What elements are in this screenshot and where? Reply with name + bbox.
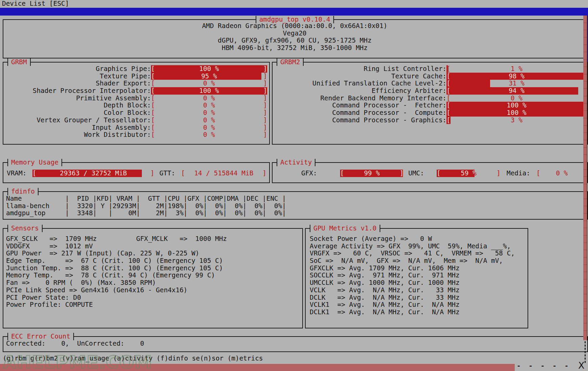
gauge-row-label: Color Block:	[4, 109, 151, 117]
gauge-row: Color Block:[0 %][0 %]	[4, 109, 269, 117]
text-line: HBM 4096-bit, 32752 MiB, 350-1000 MHz	[3, 44, 586, 52]
text-line: llama-bench | 3320| Y |29293M| 2M|198%| …	[6, 202, 286, 210]
text-line: Fan => 0 RPM ( 0%) (Max. 3850 RPM)	[6, 279, 227, 287]
gauge-text: [0 %]	[151, 80, 267, 87]
gauge-bar: [0 %][0 %]	[151, 131, 267, 139]
text-line: VDDGFX => 1012 mV	[6, 243, 227, 250]
gauge-row-label: Input Assembly:	[4, 124, 151, 131]
gpu-metrics-lines: Socket Power (Average) => 0 WAverage Act…	[310, 235, 515, 316]
gauge-row: Depth Block:[0 %][0 %]	[4, 102, 269, 109]
gauge-row-label: Texture Cache:	[273, 73, 446, 80]
gauge-row-label: Command Processor - Fetcher:	[273, 102, 446, 109]
memory-usage-title: Memory Usage	[7, 159, 62, 166]
menu-highlight-bar	[0, 8, 588, 16]
activity-title: Activity	[277, 159, 315, 166]
gauge-text: [1 %	[446, 65, 587, 73]
sensors-title: Sensors	[7, 225, 43, 232]
ecc-title: ECC Error Count	[7, 333, 74, 340]
umc-activity-gauge: [59 %][59 %]	[437, 170, 501, 177]
fdinfo-box: fdinfo Name | PID |KFD| VRAM | GTT |CPU …	[3, 191, 588, 220]
terminal-screen: Device List [ESC] amdgpu_top v0.10.4 AMD…	[0, 0, 588, 371]
gauge-row: Unified Translation Cache Level-2:[31 % …	[273, 80, 587, 87]
grbm2-box: GRBM2 Ring List Controller:[1 % [1 % Tex…	[272, 62, 588, 145]
text-line: Junction Temp. => 88 C (Crit. 100 C) (Em…	[6, 265, 227, 272]
gauge-bar: [0 %][0 %]	[151, 102, 267, 109]
gauge-row: Command Processor - Fetcher:[100 % [100 …	[273, 102, 587, 109]
gauge-row: Primitive Assembly:[0 %][0 %]	[4, 95, 269, 102]
gauge-bar: [100 % [100 %	[446, 109, 587, 117]
gauge-bar: [31 % [31 %	[446, 80, 587, 87]
text-line: dGPU, GFX9, gfx906, 60 CU, 925-1725 MHz	[3, 37, 586, 44]
scrollbar[interactable]	[583, 16, 587, 340]
gauge-bar: [0 %][0 %]	[151, 109, 267, 117]
text-line: AMD Radeon Graphics (0000:aa:00.0, 0x66A…	[3, 22, 586, 30]
resize-dashes: - - - - -	[517, 362, 581, 370]
grbm-rows: Graphics Pipe:[100 %][100 %]Texture Pipe…	[4, 65, 269, 139]
gauge-bar: [3 % [3 %	[446, 117, 587, 124]
sensors-lines: GFX_SCLK => 1709 MHz GFX_MCLK => 1000 MH…	[6, 235, 227, 308]
gauge-row: Command Processor - Graphics:[3 % [3 %	[273, 117, 587, 124]
gauge-row-label: Efficiency Arbiter:	[273, 87, 446, 95]
media-activity-label: Media:	[501, 170, 536, 177]
gauge-row: Texture Pipe:[95 %][95 %]	[4, 73, 269, 80]
gauge-row-label: Shader Processor Interpolator:	[4, 87, 151, 95]
gauge-row-label: Unified Translation Cache Level-2:	[273, 80, 446, 87]
sensors-box: Sensors GFX_SCLK => 1709 MHz GFX_MCLK =>…	[3, 228, 303, 328]
text-line: Memory Temp. => 78 C (Crit. 94 C) (Emerg…	[6, 272, 227, 279]
text-line: PCI Power State: D0	[6, 294, 227, 301]
gauge-row-label: Ring List Controller:	[273, 65, 446, 73]
gauge-row-label: Work Distributor:	[4, 131, 151, 139]
watermark: AHELPME.COM	[3, 353, 152, 371]
gauge-bar: [100 %][100 %]	[151, 65, 267, 73]
fdinfo-table: Name | PID |KFD| VRAM | GTT |CPU |GFX |C…	[6, 195, 286, 217]
gpu-info-lines: AMD Radeon Graphics (0000:aa:00.0, 0x66A…	[3, 22, 586, 52]
umc-activity-label: UMC:	[404, 170, 437, 177]
gauge-text: [3 %	[446, 117, 587, 124]
gauge-bar: [0 %][0 %]	[151, 80, 267, 87]
gauge-row: Vertex Grouper / Tessellator:[0 %][0 %]	[4, 117, 269, 124]
gauge-bar: [0 %][0 %]	[151, 95, 267, 102]
gauge-text: [100 %]	[151, 87, 267, 95]
text-line: UMCCLK => Avg. 1000 MHz, Cur. 1000 MHz	[310, 279, 515, 287]
gpu-metrics-box: GPU Metrics v1.0 Socket Power (Average) …	[305, 228, 528, 328]
text-line: Socket Power (Average) => 0 W	[310, 235, 515, 243]
gauge-row-label: Command Processor - Graphics:	[273, 117, 446, 124]
text-line: Name | PID |KFD| VRAM | GTT |CPU |GFX |C…	[6, 195, 286, 202]
gauge-bar: [1 % [1 %	[446, 65, 587, 73]
memory-usage-box: Memory Usage VRAM: [29363 / 32752 MiB][2…	[3, 162, 270, 183]
gfx-activity-label: GFX:	[276, 170, 340, 177]
gauge-text: [29363 / 32752 MiB]	[32, 170, 154, 177]
text-line: VCLK1 => Avg. N/A MHz, Cur. N/A MHz	[310, 301, 515, 308]
gauge-bar: [98 % [98 %	[446, 73, 587, 80]
gauge-row: Render Backend Memory Interface:[0 % [0 …	[273, 95, 587, 102]
grbm2-title: GRBM2	[277, 58, 304, 66]
gauge-row-label: Command Processor - Compute:	[273, 109, 446, 117]
activity-box: Activity GFX: [99 %][99 %] UMC: [59 %][5…	[272, 162, 588, 183]
text-line: DCLK => Avg. N/A MHz, Cur. 33 MHz	[310, 294, 515, 301]
gauge-row: Graphics Pipe:[100 %][100 %]	[4, 65, 269, 73]
gauge-row: Input Assembly:[0 %][0 %]	[4, 124, 269, 131]
gauge-text: [0 %]	[151, 131, 267, 139]
text-line: Average Activity => GFX 99%, UMC 59%, Me…	[310, 243, 515, 250]
gauge-row-label: Shader Export:	[4, 80, 151, 87]
gauge-row-label: Render Backend Memory Interface:	[273, 95, 446, 102]
text-line: Power Profile: COMPUTE	[6, 301, 227, 308]
device-list-tab[interactable]: Device List [ESC]	[2, 0, 69, 7]
gtt-gauge: [14 / 515844 MiB][14 / 515844 MiB]	[181, 170, 266, 177]
vram-gauge: [29363 / 32752 MiB][29363 / 32752 MiB]	[32, 170, 154, 177]
vram-label: VRAM:	[7, 170, 32, 177]
text-line: PCIe Link Speed => Gen4x16 (Gen4x16 - Ge…	[6, 287, 227, 294]
text-line: Edge Temp. => 67 C (Crit. 100 C) (Emerge…	[6, 257, 227, 265]
gauge-row-label: Primitive Assembly:	[4, 95, 151, 102]
text-line: SoC => N/A mV, GFX => N/A mV, Mem => N/A…	[310, 257, 515, 265]
text-line: GPU Power => 217 W (Input) (Cap. 225 W, …	[6, 250, 227, 257]
gauge-text: [0 %	[536, 170, 587, 177]
gauge-bar: [95 %][95 %]	[151, 73, 267, 80]
gauge-text: [95 %]	[151, 73, 267, 80]
gauge-row: Work Distributor:[0 %][0 %]	[4, 131, 269, 139]
text-line: SOCCLK => Avg. 971 MHz, Cur. 971 MHz	[310, 272, 515, 279]
gauge-bar: [0 %][0 %]	[151, 117, 267, 124]
close-x-glyph: X	[578, 360, 585, 371]
gauge-text: [99 %]	[340, 170, 404, 177]
gauge-bar: [0 %][0 %]	[151, 124, 267, 131]
